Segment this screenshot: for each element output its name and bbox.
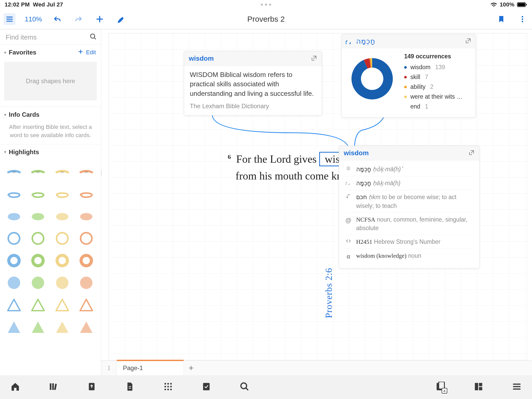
add-tab-icon[interactable]	[184, 361, 198, 375]
svg-point-4	[522, 18, 523, 20]
occurrences-total: 149 occurrences	[404, 53, 463, 60]
more-vert-icon[interactable]	[517, 13, 528, 25]
add-favorite-icon[interactable]	[78, 49, 83, 56]
favorites-section-header[interactable]: ▾ Favorites Edit	[0, 45, 101, 60]
svg-point-20	[32, 277, 44, 289]
hl-tri-outline-green[interactable]	[30, 297, 46, 313]
hl-circle-fill-blue[interactable]	[6, 275, 22, 291]
svg-point-8	[32, 213, 44, 220]
multitask-dots-icon[interactable]	[261, 4, 271, 6]
svg-point-15	[9, 255, 19, 266]
hl-circle-outline-yellow[interactable]	[54, 230, 71, 247]
zoom-level[interactable]: 110%	[25, 15, 42, 23]
popout-icon[interactable]	[465, 38, 471, 45]
redo-icon[interactable]	[73, 13, 84, 25]
svg-rect-44	[475, 383, 478, 390]
hl-oval-open-green[interactable]	[30, 186, 46, 202]
find-items-input[interactable]	[6, 33, 90, 41]
hl-circle-thick-green[interactable]	[30, 252, 46, 269]
svg-rect-2	[526, 4, 527, 5]
svg-point-23	[108, 366, 109, 367]
highlights-section-header[interactable]: ▾ Highlights	[0, 144, 101, 159]
nav-layout-icon[interactable]	[474, 382, 483, 393]
hl-tri-outline-blue[interactable]	[6, 297, 22, 313]
hl-oval-open-blue[interactable]	[6, 186, 22, 202]
hl-tri-outline-yellow[interactable]	[54, 297, 71, 313]
hl-dash-orange[interactable]	[78, 163, 95, 180]
app-toolbar: 110% Proverbs 2	[0, 9, 532, 29]
hl-tri-fill-orange[interactable]	[78, 319, 95, 335]
hl-tri-fill-blue[interactable]	[6, 319, 22, 335]
undo-icon[interactable]	[51, 13, 63, 25]
verse-reference-label[interactable]: Proverbs 2:6	[323, 268, 334, 318]
hl-circle-thick-orange[interactable]	[78, 252, 95, 269]
svg-point-11	[8, 233, 20, 244]
lexicon-row[interactable]: חכם ḥkm to be or become wise; to act wis…	[345, 190, 474, 212]
edit-favorites-link[interactable]: Edit	[86, 49, 96, 56]
alpha-icon: α	[345, 252, 352, 261]
hl-tri-fill-yellow[interactable]	[54, 319, 71, 335]
hl-circle-fill-orange[interactable]	[78, 275, 95, 291]
lexicon-row[interactable]: חָכְמָה ḥāḵ·mā(h)	[345, 176, 474, 190]
hl-circle-outline-green[interactable]	[30, 230, 46, 247]
svg-point-24	[108, 367, 109, 369]
nav-bible-icon[interactable]	[87, 382, 97, 393]
lemma-arc-icon	[346, 37, 353, 45]
hl-circle-thick-yellow[interactable]	[54, 252, 71, 269]
bookmark-icon[interactable]	[495, 13, 507, 25]
definition-card-body: WISDOM Biblical wisdom refers to practic…	[190, 70, 316, 98]
lexicon-row[interactable]: חָכְמָה ḥǒḵ·mā(h)ʹ	[345, 162, 474, 176]
nav-menu-icon[interactable]	[512, 382, 522, 393]
lexicon-row[interactable]: αwisdom (knowledge) noun	[345, 249, 474, 263]
hl-oval-fill-blue[interactable]	[6, 208, 22, 224]
hamburger-menu-icon[interactable]	[4, 13, 15, 25]
nav-tasks-icon[interactable]	[201, 382, 211, 393]
hl-dash-green[interactable]	[30, 163, 46, 180]
lexicon-card[interactable]: wisdom חָכְמָה ḥǒḵ·mā(h)ʹחָכְמָה ḥāḵ·mā(…	[339, 146, 480, 268]
nav-library-icon[interactable]	[49, 382, 58, 393]
hl-circle-fill-green[interactable]	[30, 275, 46, 291]
hl-oval-fill-orange[interactable]	[78, 208, 95, 224]
caret-down-icon: ▾	[4, 150, 6, 154]
favorites-dropzone[interactable]: Drag shapes here	[4, 62, 97, 100]
hl-circle-thick-blue[interactable]	[6, 252, 22, 269]
hl-tri-fill-green[interactable]	[30, 319, 46, 335]
highlight-shapes-grid	[0, 159, 101, 340]
svg-point-32	[170, 383, 172, 385]
infocards-section-header[interactable]: ▾ Info Cards	[0, 107, 101, 122]
hl-circle-fill-yellow[interactable]	[54, 275, 71, 291]
draw-pen-icon[interactable]	[115, 13, 127, 25]
lexicon-row[interactable]: @NCFSA noun, common, feminine, singular,…	[345, 213, 474, 235]
hl-dash-blue[interactable]	[6, 163, 22, 180]
hl-oval-open-yellow[interactable]	[54, 186, 71, 202]
add-icon[interactable]	[94, 13, 106, 25]
svg-point-25	[108, 369, 109, 370]
tabs-menu-icon[interactable]	[101, 361, 117, 375]
hl-dash-yellow[interactable]	[54, 163, 71, 180]
diagram-canvas[interactable]: wisdom WISDOM Biblical wisdom refers to …	[101, 29, 532, 360]
definition-card[interactable]: wisdom WISDOM Biblical wisdom refers to …	[184, 51, 322, 115]
popout-icon[interactable]	[311, 55, 317, 62]
nav-notebooks-icon[interactable]: 4	[435, 382, 445, 393]
lexicon-row[interactable]: H2451 Hebrew Strong's Number	[345, 235, 474, 249]
hl-circle-outline-blue[interactable]	[6, 230, 22, 247]
nav-home-icon[interactable]	[10, 382, 20, 393]
nav-apps-icon[interactable]	[163, 382, 173, 393]
occurrences-card[interactable]: חָכְמָה 149 occurrences wisdom139skill7a…	[341, 34, 476, 118]
search-icon[interactable]	[90, 33, 97, 41]
nav-document-icon[interactable]	[125, 382, 135, 393]
notebooks-badge: 4	[442, 388, 447, 394]
popout-icon[interactable]	[468, 150, 475, 157]
hl-tri-outline-orange[interactable]	[78, 297, 95, 313]
hl-circle-outline-orange[interactable]	[78, 230, 95, 247]
lexicon-card-title: wisdom	[344, 149, 369, 157]
occurrences-hebrew: חָכְמָה	[356, 37, 375, 45]
hl-oval-fill-green[interactable]	[30, 208, 46, 224]
svg-rect-27	[52, 383, 54, 390]
hl-oval-fill-yellow[interactable]	[54, 208, 71, 224]
hl-oval-open-orange[interactable]	[78, 186, 95, 202]
svg-point-38	[170, 389, 172, 390]
document-title[interactable]: Proverbs 2	[247, 15, 285, 24]
tab-page-1[interactable]: Page-1	[117, 361, 184, 375]
nav-search-icon[interactable]	[240, 382, 249, 393]
